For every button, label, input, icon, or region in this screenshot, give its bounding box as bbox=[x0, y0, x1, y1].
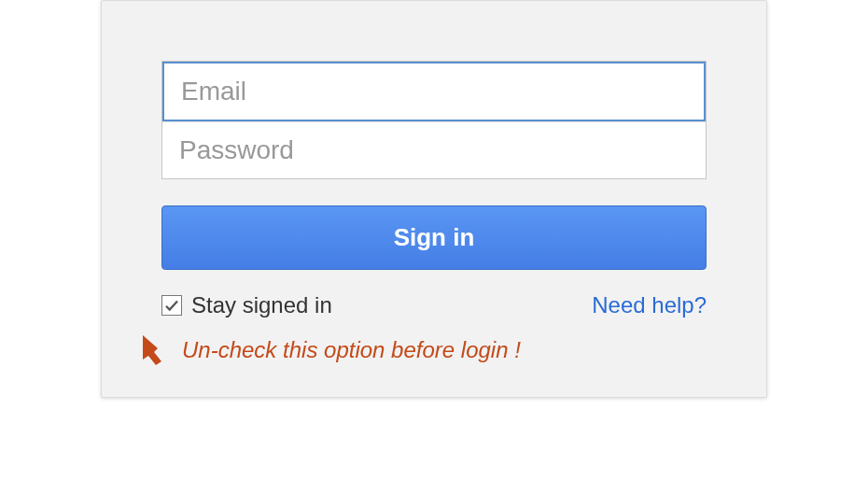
annotation-text: Un-check this option before login ! bbox=[182, 337, 521, 363]
stay-signed-in-wrap[interactable]: Stay signed in bbox=[161, 292, 332, 318]
login-card: Sign in Stay signed in Need help? Un-che… bbox=[101, 0, 767, 398]
stay-signed-in-checkbox[interactable] bbox=[161, 295, 182, 316]
arrow-icon bbox=[133, 332, 171, 369]
checkmark-icon bbox=[163, 297, 180, 314]
password-field[interactable] bbox=[162, 121, 706, 178]
svg-marker-0 bbox=[143, 335, 161, 365]
annotation-row: Un-check this option before login ! bbox=[133, 332, 707, 369]
need-help-link[interactable]: Need help? bbox=[592, 292, 707, 318]
email-field[interactable] bbox=[162, 62, 706, 121]
below-row: Stay signed in Need help? bbox=[161, 292, 707, 318]
stay-signed-in-label: Stay signed in bbox=[191, 292, 332, 318]
signin-button[interactable]: Sign in bbox=[161, 205, 707, 270]
credentials-group bbox=[161, 61, 707, 179]
